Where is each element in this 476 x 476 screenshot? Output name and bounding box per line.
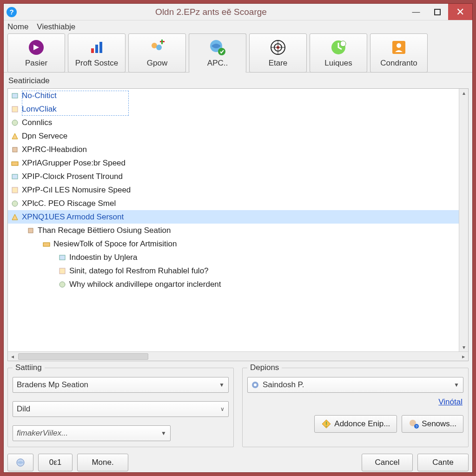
scroll-right-icon[interactable]: ▸	[459, 353, 468, 360]
menu-nome[interactable]: Nome	[7, 22, 28, 32]
maximize-button[interactable]	[427, 4, 448, 20]
tree-item[interactable]: Dpn Servece	[8, 129, 468, 143]
tree-body[interactable]: No-ChitictLonvCliakConnlicsDpn ServeceXP…	[8, 89, 468, 351]
svg-point-32	[60, 282, 65, 287]
vinotal-link[interactable]: Vinótal	[247, 396, 463, 407]
tree-item[interactable]: XPlcC. PEO Riscage Smel	[8, 197, 468, 210]
tree-item-label: Sinit, datego fol Resfrom Ruhablel fulo?	[69, 266, 209, 276]
content-area: Seatiriciade No-ChitictLonvCliakConnlics…	[4, 73, 472, 451]
tree-item-label: Why whilock andivillepe ongaгtor inclerd…	[69, 280, 221, 289]
tree-node-icon	[58, 253, 66, 262]
tree-node-icon	[11, 199, 19, 208]
footer-icon-button[interactable]	[7, 454, 33, 471]
tab-condranto[interactable]: Condranto	[370, 33, 428, 73]
tab-gpow[interactable]: Gpow	[128, 33, 186, 73]
tree-item-label: XPrP-Cıl LES Nomusire Speed	[22, 185, 131, 195]
scroll-down-icon[interactable]: ▾	[463, 344, 465, 350]
scroll-up-icon[interactable]: ▴	[463, 90, 465, 96]
tree-node-icon	[11, 105, 19, 113]
tree-item[interactable]: XPrP-Cıl LES Nomusire Speed	[8, 183, 468, 197]
tree-item[interactable]: Connlics	[8, 116, 468, 129]
svg-rect-29	[43, 243, 50, 246]
tree-node-icon	[11, 119, 19, 127]
tree-node-icon	[11, 159, 19, 167]
senows-button[interactable]: ? Senows...	[402, 415, 463, 433]
users-plus-icon	[149, 38, 165, 57]
tab-proft-sostce[interactable]: Proft Sostce	[68, 33, 126, 73]
tree-item[interactable]: NesiewTolk of Spoce for Artmisition	[8, 237, 468, 251]
svg-rect-20	[12, 93, 18, 98]
svg-point-17	[340, 41, 346, 46]
tree-item[interactable]: Why whilock andivillepe ongaгtor inclerd…	[8, 278, 468, 291]
svg-rect-0	[435, 9, 440, 15]
svg-rect-8	[161, 40, 163, 44]
depions-combo[interactable]: Saindosh P. ▼	[247, 377, 463, 393]
tree-item-label: XPrRC-lHeabıdion	[22, 145, 87, 154]
person-help-icon: ?	[409, 419, 419, 429]
tree-item[interactable]: Sinit, datego fol Resfrom Ruhablel fulo?	[8, 264, 468, 278]
svg-rect-31	[60, 268, 65, 274]
tree-node-icon	[26, 226, 35, 235]
tree-item-label: Dpn Servece	[22, 132, 67, 141]
menubar: Nome Viesthiabje	[4, 20, 472, 33]
tree-item[interactable]: Than Recage Bëttiero Osiung Seation	[8, 224, 468, 237]
footer-small-button[interactable]: 0ε1	[38, 454, 73, 471]
svg-rect-2	[91, 48, 94, 53]
svg-point-27	[12, 201, 18, 206]
tree-node-icon	[11, 186, 19, 194]
tree-item[interactable]: Indoestin by Uŋlera	[8, 251, 468, 264]
tree-node-icon	[11, 92, 19, 100]
maker-combo[interactable]: fimakerViilex... ▼	[13, 425, 171, 441]
dialog-window: ? Oldn 2.EPz ants eě Scoarge — ✕ Nome Vi…	[3, 3, 473, 473]
horizontal-scrollbar[interactable]: ◂ ▸	[8, 351, 468, 361]
gear-icon	[251, 380, 260, 390]
globe-shield-icon	[209, 38, 226, 57]
svg-point-6	[156, 45, 162, 50]
svg-point-22	[12, 120, 18, 126]
diamond-warning-icon	[321, 419, 331, 429]
caret-down-icon: ▼	[161, 430, 166, 436]
svg-rect-4	[99, 42, 102, 53]
tree-item-label: Than Recage Bëttiero Osiung Seation	[38, 226, 171, 235]
tree-item[interactable]: No-Chitict	[8, 89, 468, 102]
vertical-scrollbar[interactable]: ▴ ▾	[459, 89, 468, 351]
mone-button[interactable]: Mone.	[77, 454, 128, 471]
tree-item-label: XPIP-Cloıck Prosent Tlround	[22, 172, 123, 181]
tab-etare[interactable]: Etare	[249, 33, 307, 73]
tree-item-label: XPNQ1UES Armodd Sersont	[22, 212, 124, 222]
svg-point-19	[397, 43, 401, 48]
tree-panel: No-ChitictLonvCliakConnlicsDpn ServeceXP…	[7, 88, 469, 361]
svg-rect-36	[326, 426, 327, 427]
scroll-left-icon[interactable]: ◂	[8, 353, 17, 360]
tree-item[interactable]: LonvCliak	[8, 102, 468, 116]
svg-point-34	[254, 383, 257, 386]
tree-item[interactable]: XPIP-Cloıck Prosent Tlround	[8, 170, 468, 183]
tree-node-icon	[11, 132, 19, 140]
window-buttons: — ✕	[405, 4, 472, 20]
tab-luiques[interactable]: Luiques	[310, 33, 367, 73]
arrow-right-circle-icon	[28, 38, 45, 57]
scroll-thumb[interactable]	[18, 353, 148, 360]
minimize-button[interactable]: —	[405, 4, 427, 20]
tree-item-label: XPlcC. PEO Riscage Smel	[22, 199, 116, 208]
svg-rect-25	[12, 174, 18, 179]
tree-node-icon	[11, 172, 19, 181]
addonce-button[interactable]: Addonce Enip...	[314, 415, 397, 433]
tree-item[interactable]: XPrRC-lHeabıdion	[8, 143, 468, 156]
cancel-button[interactable]: Cancel	[362, 454, 413, 471]
caret-down-icon: ▼	[219, 382, 225, 388]
tab-pasier[interactable]: Pasier	[7, 33, 65, 73]
svg-rect-3	[95, 45, 98, 53]
tree-item[interactable]: XPrlAGrupper Pose:br Speed	[8, 156, 468, 170]
help-icon[interactable]: ?	[7, 7, 17, 17]
menu-viesthiabje[interactable]: Viesthiabje	[37, 22, 75, 32]
titlebar: ? Oldn 2.EPz ants eě Scoarge — ✕	[4, 4, 472, 20]
tab-apc[interactable]: APC..	[189, 33, 246, 73]
tree-item[interactable]: XPNQ1UES Armodd Sersont	[8, 210, 468, 224]
cante-button[interactable]: Cante	[417, 454, 469, 471]
globe-small-icon	[15, 457, 26, 468]
did-combo[interactable]: Dild ∨	[13, 401, 229, 417]
svg-rect-30	[60, 255, 65, 260]
close-button[interactable]: ✕	[448, 4, 472, 20]
setting-combo[interactable]: Bradens Mp Seation ▼	[13, 377, 229, 393]
